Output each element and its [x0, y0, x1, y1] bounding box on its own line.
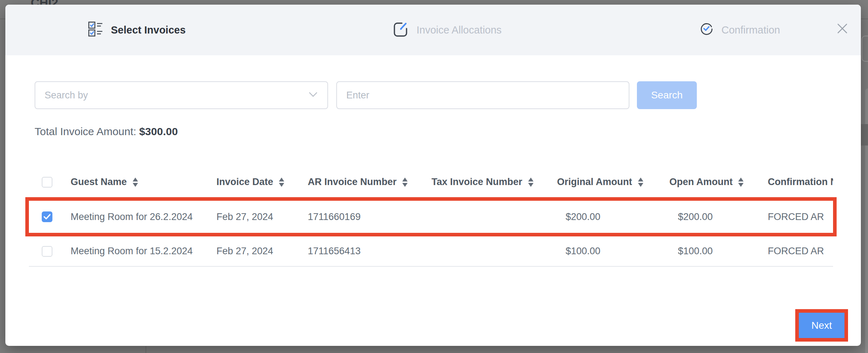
cell-ar-invoice-number: 1711656413 — [308, 246, 432, 257]
step-confirmation[interactable]: Confirmation — [699, 5, 780, 55]
cell-guest-name: Meeting Room for 26.2.2024 — [71, 211, 216, 222]
row-checkbox[interactable] — [42, 246, 52, 257]
column-header-original-amount[interactable]: Original Amount — [557, 176, 669, 188]
stepper-header: Select Invoices Invoice Allocations Conf… — [5, 5, 861, 55]
sort-icon[interactable] — [638, 178, 643, 187]
column-header-guest-name[interactable]: Guest Name — [71, 176, 216, 188]
chevron-down-icon — [309, 92, 317, 98]
column-header-invoice-date[interactable]: Invoice Date — [216, 176, 308, 188]
invoice-table: Guest Name Invoice Date AR Invoice Numbe… — [29, 167, 860, 267]
cell-guest-name: Meeting Room for 15.2.2024 — [71, 246, 216, 257]
select-invoices-modal: Select Invoices Invoice Allocations Conf… — [5, 5, 861, 346]
close-icon[interactable] — [836, 22, 848, 35]
background-scrollbar-thumb — [861, 124, 868, 145]
select-all-checkbox[interactable] — [42, 177, 52, 188]
cell-invoice-date: Feb 27, 2024 — [216, 211, 308, 222]
step-label: Invoice Allocations — [417, 24, 502, 36]
next-button-highlight: Next — [795, 309, 848, 342]
sort-icon[interactable] — [279, 178, 284, 187]
total-label: Total Invoice Amount: — [35, 126, 136, 137]
search-value-input[interactable] — [336, 81, 629, 109]
cell-ar-invoice-number: 1711660169 — [308, 211, 432, 222]
column-header-open-amount[interactable]: Open Amount — [669, 176, 768, 188]
cell-original-amount: $100.00 — [557, 246, 669, 257]
table-row-selected[interactable]: Meeting Room for 26.2.2024 Feb 27, 2024 … — [29, 201, 833, 233]
column-header-confirmation-number[interactable]: Confirmation Number — [768, 176, 833, 188]
cell-invoice-date: Feb 27, 2024 — [216, 246, 308, 257]
sort-icon[interactable] — [402, 178, 408, 187]
search-by-placeholder: Search by — [45, 90, 88, 101]
background-artifact — [862, 36, 868, 62]
search-controls: Search by Search — [5, 81, 861, 109]
next-button[interactable]: Next — [799, 313, 844, 338]
step-invoice-allocations[interactable]: Invoice Allocations — [392, 5, 502, 55]
cell-confirmation-number: FORCED AR — [768, 211, 833, 222]
step-label: Confirmation — [721, 24, 780, 36]
search-by-select[interactable]: Search by — [35, 81, 328, 109]
cell-confirmation-number: FORCED AR — [768, 246, 833, 257]
background-artifact — [145, 346, 146, 353]
sort-icon[interactable] — [528, 178, 533, 187]
sort-icon[interactable] — [133, 178, 138, 187]
cell-original-amount: $200.00 — [557, 211, 669, 222]
table-header-row: Guest Name Invoice Date AR Invoice Numbe… — [29, 167, 833, 197]
search-button[interactable]: Search — [637, 81, 697, 109]
column-header-ar-invoice-number[interactable]: AR Invoice Number — [308, 176, 432, 188]
edit-icon — [392, 21, 409, 40]
cell-open-amount: $100.00 — [669, 246, 768, 257]
total-value: $300.00 — [139, 126, 178, 137]
row-checkbox-checked[interactable] — [42, 211, 52, 222]
cell-open-amount: $200.00 — [669, 211, 768, 222]
total-invoice-amount: Total Invoice Amount:$300.00 — [35, 126, 178, 138]
check-circle-icon — [699, 22, 714, 39]
step-label: Select Invoices — [111, 24, 186, 36]
table-row[interactable]: Meeting Room for 15.2.2024 Feb 27, 2024 … — [29, 236, 833, 267]
checklist-icon — [88, 21, 103, 40]
step-select-invoices[interactable]: Select Invoices — [88, 5, 186, 55]
column-header-tax-invoice-number[interactable]: Tax Invoice Number — [432, 176, 557, 188]
sort-icon[interactable] — [738, 178, 744, 187]
